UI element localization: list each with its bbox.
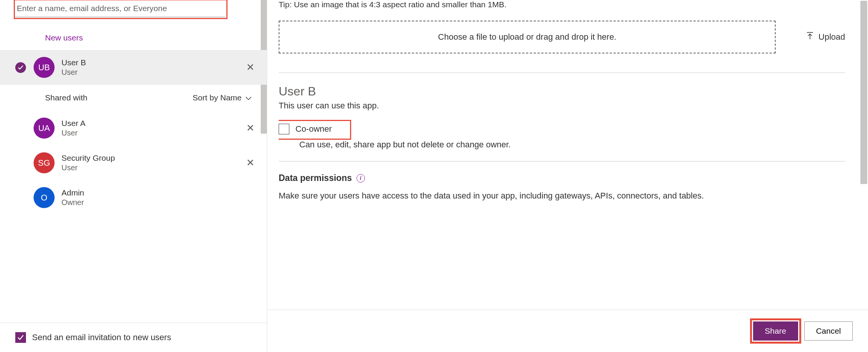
user-row[interactable]: O Admin Owner (0, 180, 267, 215)
user-row[interactable]: SG Security Group User ✕ (0, 145, 267, 180)
share-button[interactable]: Share (753, 321, 798, 341)
right-content: Tip: Use an image that is 4:3 aspect rat… (279, 0, 853, 352)
dropzone[interactable]: Choose a file to upload or drag and drop… (279, 21, 776, 53)
left-footer: Send an email invitation to new users (0, 323, 267, 352)
new-users-label: New users (0, 22, 267, 50)
data-permissions-title: Data permissions i (279, 173, 845, 183)
divider (279, 161, 845, 161)
remove-user-icon[interactable]: ✕ (242, 61, 259, 73)
data-permissions-label: Data permissions (279, 173, 352, 183)
coowner-desc: Can use, edit, share app but not delete … (299, 140, 845, 150)
cancel-button[interactable]: Cancel (804, 321, 853, 341)
sort-by-dropdown[interactable]: Sort by Name (193, 93, 252, 102)
user-role: User (61, 163, 242, 172)
user-row[interactable]: UA User A User ✕ (0, 111, 267, 145)
selected-check-icon (15, 62, 26, 73)
user-info: User A User (61, 119, 242, 137)
search-wrap (0, 0, 267, 22)
tip-text: Tip: Use an image that is 4:3 aspect rat… (279, 0, 845, 9)
user-name: User B (61, 58, 242, 67)
coowner-row: Co-owner (279, 120, 845, 138)
sort-by-label: Sort by Name (193, 93, 242, 102)
data-permissions-desc: Make sure your users have access to the … (279, 191, 845, 201)
scrollbar[interactable] (860, 1, 867, 184)
user-row-selected[interactable]: UB User B User ✕ (0, 50, 267, 85)
user-info: Security Group User (61, 153, 242, 172)
upload-label: Upload (818, 32, 845, 42)
shared-with-label: Shared with (45, 93, 87, 102)
upload-row: Choose a file to upload or drag and drop… (279, 21, 845, 53)
left-panel: New users UB User B User ✕ Shared with S… (0, 0, 267, 352)
selected-user-title: User B (279, 84, 845, 98)
coowner-label: Co-owner (295, 124, 332, 134)
coowner-checkbox[interactable] (279, 124, 289, 134)
avatar: SG (34, 152, 55, 173)
remove-user-icon[interactable]: ✕ (242, 157, 259, 169)
user-name: User A (61, 119, 242, 128)
selected-user-desc: This user can use this app. (279, 101, 845, 111)
avatar: O (34, 187, 55, 208)
shared-with-header: Shared with Sort by Name (0, 85, 267, 111)
user-role: User (61, 68, 242, 77)
send-email-label: Send an email invitation to new users (32, 333, 171, 342)
divider (279, 73, 845, 73)
user-role: Owner (61, 198, 259, 207)
remove-user-icon[interactable]: ✕ (242, 122, 259, 134)
upload-icon (806, 32, 814, 42)
right-panel: Tip: Use an image that is 4:3 aspect rat… (267, 0, 868, 352)
share-dialog: New users UB User B User ✕ Shared with S… (0, 0, 868, 352)
user-name: Admin (61, 188, 259, 197)
upload-button[interactable]: Upload (806, 32, 845, 42)
send-email-checkbox[interactable] (15, 332, 26, 343)
user-role: User (61, 129, 242, 137)
search-input[interactable] (15, 0, 225, 17)
user-name: Security Group (61, 153, 242, 163)
user-info: User B User (61, 58, 242, 77)
dialog-footer: Share Cancel (267, 310, 868, 352)
avatar: UB (34, 57, 55, 78)
info-icon[interactable]: i (357, 174, 365, 182)
avatar: UA (34, 118, 55, 139)
chevron-down-icon (245, 93, 252, 102)
left-scroll-area: New users UB User B User ✕ Shared with S… (0, 0, 267, 323)
user-info: Admin Owner (61, 188, 259, 207)
